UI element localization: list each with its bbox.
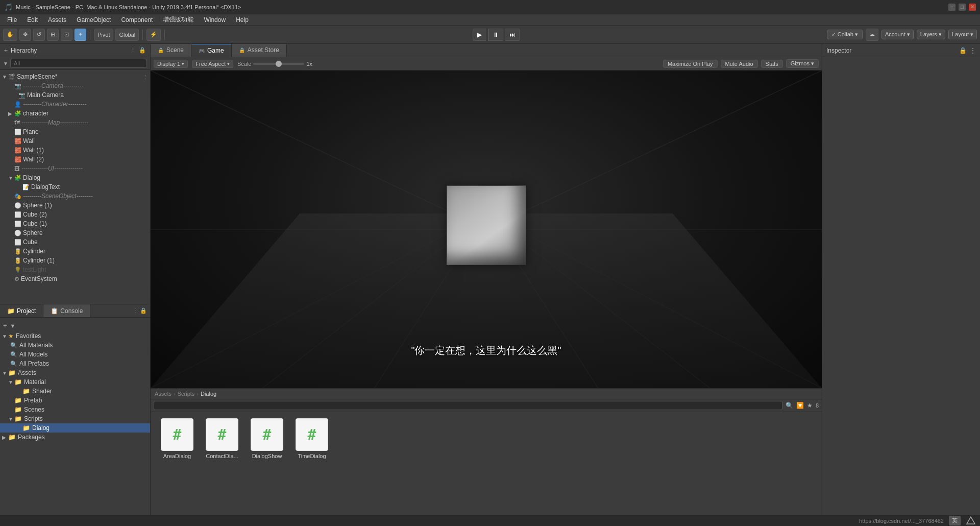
menu-component[interactable]: Component (116, 15, 158, 25)
assets-root-item[interactable]: ▼ 📁 Assets (0, 368, 150, 377)
project-add-button[interactable]: + (3, 322, 7, 329)
account-button[interactable]: Account ▾ (881, 30, 914, 39)
menu-edit[interactable]: Edit (22, 15, 43, 25)
game-tab[interactable]: 🎮 Game (191, 44, 232, 57)
pivot-button[interactable]: Pivot (94, 29, 113, 41)
favorites-group[interactable]: ▼ ★ Favorites (0, 331, 150, 341)
tree-item-cylinder[interactable]: 🥫 Cylinder (0, 247, 150, 256)
global-button[interactable]: Global (115, 29, 139, 41)
search-project-icon[interactable]: 🔍 (786, 402, 793, 409)
pause-button[interactable]: ⏸ (488, 29, 503, 41)
tree-item-cube2[interactable]: ⬜ Cube (2) (0, 210, 150, 219)
tree-item-dialog[interactable]: ▼ 🧩 Dialog (0, 173, 150, 182)
asset-store-tab[interactable]: 🔒 Asset Store (232, 44, 287, 57)
project-search-input[interactable] (154, 401, 782, 410)
tool-transform[interactable]: ✦ (75, 29, 86, 41)
hierarchy-add-button[interactable]: + (4, 47, 8, 54)
menu-assets[interactable]: Assets (43, 15, 71, 25)
tree-item-cube1[interactable]: ⬜ Cube (1) (0, 219, 150, 228)
scenes-folder-icon: 📁 (14, 406, 22, 413)
tree-item-character[interactable]: ▶ 🧩 character (0, 109, 150, 118)
inspector-lock-icon[interactable]: 🔒 (959, 47, 967, 54)
hierarchy-search-input[interactable] (10, 59, 147, 68)
stats-button[interactable]: Stats (761, 60, 783, 68)
tree-item-main-camera[interactable]: 📷 Main Camera (0, 90, 150, 100)
tree-item-ui-sep[interactable]: 🖼 -------------UI-------------- (0, 164, 150, 173)
project-tab[interactable]: 📁 Project (0, 304, 43, 317)
layout-button[interactable]: Layout ▾ (948, 30, 977, 39)
bottom-panel-menu[interactable]: ⋮ (132, 307, 138, 314)
prefab-folder-item[interactable]: 📁 Prefab (0, 396, 150, 405)
close-button[interactable]: ✕ (969, 4, 976, 11)
dialog-folder-item[interactable]: 📁 Dialog (0, 423, 150, 433)
tree-item-map-sep[interactable]: 🗺 -------------Map-------------- (0, 118, 150, 127)
tree-item-plane[interactable]: ⬜ Plane (0, 127, 150, 136)
toggle-button[interactable]: ⚡ (146, 29, 161, 41)
tree-item-sphere1[interactable]: ⚪ Sphere (1) (0, 201, 150, 210)
all-materials-item[interactable]: 🔍 All Materials (0, 341, 150, 350)
tool-rect[interactable]: ⊡ (61, 29, 72, 41)
layers-button[interactable]: Layers ▾ (917, 30, 945, 39)
tree-item-dialogtext[interactable]: 📝 DialogText (0, 182, 150, 192)
gizmos-button[interactable]: Gizmos ▾ (786, 59, 819, 68)
scenes-folder-item[interactable]: 📁 Scenes (0, 405, 150, 414)
minimize-button[interactable]: − (948, 4, 955, 11)
shader-folder-icon: 📁 (22, 388, 30, 395)
svg-line-10 (486, 70, 822, 229)
tree-item-char-sep[interactable]: 👤 ---------Character--------- (0, 100, 150, 109)
project-filter-button[interactable]: ▼ (10, 323, 16, 329)
aspect-dropdown[interactable]: Free Aspect ▾ (192, 60, 233, 68)
collab-button[interactable]: ✓ Collab ▾ (827, 30, 863, 39)
maximize-button[interactable]: □ (959, 4, 966, 11)
scene-menu-icon[interactable]: ⋮ (143, 74, 148, 80)
tool-move[interactable]: ✥ (19, 29, 31, 41)
hierarchy-lock-icon[interactable]: 🔒 (139, 47, 146, 54)
tool-rotate[interactable]: ↺ (33, 29, 45, 41)
scene-tab[interactable]: 🔒 Scene (151, 44, 191, 57)
packages-root-item[interactable]: ▶ 📁 Packages (0, 433, 150, 442)
play-button[interactable]: ▶ (473, 29, 486, 41)
tree-item-cube[interactable]: ⬜ Cube (0, 237, 150, 247)
tree-item-eventsystem[interactable]: ⚙ EventSystem (0, 274, 150, 283)
tree-item-camera-sep[interactable]: 📷 ---------Camera---------- (0, 81, 150, 90)
menu-gameobject[interactable]: GameObject (71, 15, 116, 25)
file-area-dialog[interactable]: # AreaDialog (157, 418, 198, 459)
console-tab[interactable]: 📋 Console (43, 304, 90, 317)
tree-item-cylinder1[interactable]: 🥫 Cylinder (1) (0, 256, 150, 265)
tree-item-scene-sep[interactable]: 🎭 ---------SceneObject-------- (0, 192, 150, 201)
tool-scale[interactable]: ⊞ (47, 29, 59, 41)
bottom-panel-lock[interactable]: 🔒 (140, 307, 147, 314)
scripts-folder-item[interactable]: ▼ 📁 Scripts (0, 414, 150, 423)
material-folder-item[interactable]: ▼ 📁 Material (0, 377, 150, 387)
tree-item-wall1[interactable]: 🧱 Wall (1) (0, 146, 150, 155)
hierarchy-menu-icon[interactable]: ⋮ (130, 47, 136, 54)
tree-item-wall[interactable]: 🧱 Wall (0, 136, 150, 146)
star-filter-icon[interactable]: ★ (807, 402, 813, 409)
file-time-dialog[interactable]: # TimeDialog (291, 418, 332, 459)
layout-label: Layout ▾ (952, 31, 973, 38)
file-dialog-show[interactable]: # DialogShow (247, 418, 287, 459)
scale-slider[interactable] (253, 63, 304, 65)
inspector-menu-icon[interactable]: ⋮ (970, 47, 976, 54)
tree-item-sphere[interactable]: ⚪ Sphere (0, 228, 150, 237)
tree-item-testlight[interactable]: 💡 testLight (0, 265, 150, 274)
scene-root-item[interactable]: ▼ 🎬 SampleScene* ⋮ (0, 72, 150, 81)
tree-item-wall2[interactable]: 🧱 Wall (2) (0, 155, 150, 164)
status-bar: https://blog.csdn.net/..._37768462 英 (0, 515, 980, 526)
lang-indicator[interactable]: 英 (949, 516, 961, 525)
all-prefabs-item[interactable]: 🔍 All Prefabs (0, 359, 150, 368)
mute-audio-button[interactable]: Mute Audio (721, 60, 758, 68)
file-contact-dialog[interactable]: # ContactDia... (202, 418, 242, 459)
step-button[interactable]: ⏭ (505, 29, 520, 41)
menu-file[interactable]: File (2, 15, 22, 25)
filter-icon[interactable]: 🔽 (796, 402, 804, 409)
tool-hand[interactable]: ✋ (3, 29, 17, 41)
all-models-item[interactable]: 🔍 All Models (0, 350, 150, 359)
menu-window[interactable]: Window (199, 15, 231, 25)
maximize-on-play-button[interactable]: Maximize On Play (663, 60, 718, 68)
menu-enhanced[interactable]: 增强版功能 (158, 14, 199, 25)
shader-folder-item[interactable]: 📁 Shader (0, 387, 150, 396)
display-dropdown[interactable]: Display 1 ▾ (154, 60, 188, 68)
cloud-button[interactable]: ☁ (866, 29, 878, 41)
menu-help[interactable]: Help (231, 15, 254, 25)
